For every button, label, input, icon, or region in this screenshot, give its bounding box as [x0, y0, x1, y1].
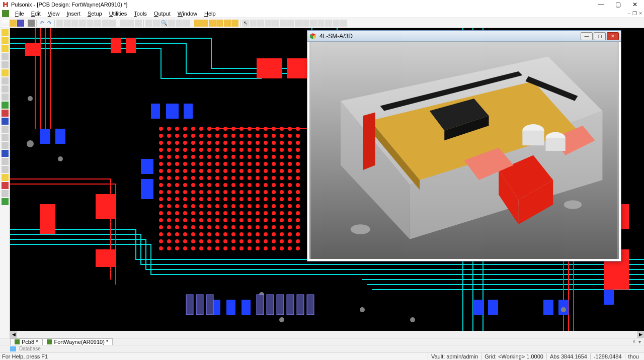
- ltool-16[interactable]: [2, 150, 9, 157]
- undo-button[interactable]: ↶: [38, 20, 45, 27]
- select-button[interactable]: ↖: [242, 20, 249, 27]
- scroll-track[interactable]: [17, 331, 637, 338]
- tool-button-3[interactable]: [71, 20, 78, 27]
- ltool-5[interactable]: [2, 61, 9, 68]
- tabs-close-button[interactable]: ×: [632, 339, 635, 344]
- svg-point-55: [199, 141, 203, 145]
- 3d-viewport[interactable]: [309, 42, 619, 259]
- 3d-minimize-button[interactable]: —: [581, 32, 593, 40]
- tool-button-5[interactable]: [87, 20, 94, 27]
- lock-button-4[interactable]: [216, 20, 223, 27]
- mode-button-7[interactable]: [295, 20, 302, 27]
- ltool-7[interactable]: [2, 77, 9, 84]
- mode-button-4[interactable]: [272, 20, 279, 27]
- ltool-21[interactable]: [2, 190, 9, 197]
- tab-pcb8[interactable]: Pcb8 *: [10, 338, 42, 345]
- ltool-15[interactable]: [2, 142, 9, 149]
- zoom-extents-button[interactable]: [153, 20, 160, 27]
- svg-point-146: [207, 176, 211, 180]
- ltool-6[interactable]: [2, 69, 9, 76]
- ltool-1[interactable]: [2, 29, 9, 36]
- zoom-window-button[interactable]: [176, 20, 183, 27]
- menu-view[interactable]: View: [45, 10, 63, 17]
- menu-help[interactable]: Help: [201, 10, 219, 17]
- mode-button-9[interactable]: [310, 20, 317, 27]
- mdi-close-button[interactable]: ×: [639, 11, 642, 16]
- mode-button-8[interactable]: [302, 20, 309, 27]
- ltool-22[interactable]: [2, 198, 9, 205]
- 3d-view-window[interactable]: 4L-SM-A/3D — ▢ ✕: [307, 30, 621, 261]
- tool-button-11[interactable]: [135, 20, 142, 27]
- menu-edit[interactable]: Edit: [28, 10, 44, 17]
- mode-button-12[interactable]: [333, 20, 340, 27]
- frame-button[interactable]: [145, 20, 152, 27]
- 3d-window-titlebar[interactable]: 4L-SM-A/3D — ▢ ✕: [307, 31, 621, 42]
- tool-button-2[interactable]: [64, 20, 71, 27]
- tool-button-8[interactable]: [109, 20, 116, 27]
- menu-utilities[interactable]: Utilities: [106, 10, 130, 17]
- tool-button-1[interactable]: [56, 20, 63, 27]
- 3d-maximize-button[interactable]: ▢: [594, 32, 606, 40]
- new-button[interactable]: [2, 20, 9, 27]
- print-button[interactable]: [28, 20, 35, 27]
- ltool-10[interactable]: [2, 102, 9, 109]
- mode-button-6[interactable]: [287, 20, 294, 27]
- 3d-close-button[interactable]: ✕: [607, 32, 619, 40]
- ltool-2[interactable]: [2, 37, 9, 44]
- menu-setup[interactable]: Setup: [85, 10, 105, 17]
- mode-button-1[interactable]: [250, 20, 257, 27]
- redo-button[interactable]: ↷: [46, 20, 53, 27]
- ltool-14[interactable]: [2, 134, 9, 141]
- database-panel-bar[interactable]: Database: [0, 345, 644, 352]
- ltool-12[interactable]: [2, 118, 9, 125]
- mode-button-10[interactable]: [317, 20, 325, 27]
- lock-button-6[interactable]: [231, 20, 238, 27]
- ltool-17[interactable]: [2, 158, 9, 165]
- zoom-button-5[interactable]: [183, 20, 190, 27]
- scroll-right-button[interactable]: ▶: [637, 331, 644, 338]
- tool-button-9[interactable]: [120, 20, 127, 27]
- ltool-8[interactable]: [2, 85, 9, 93]
- tab-fortwayne[interactable]: FortWayne(AR0910) *: [42, 338, 113, 345]
- minimize-button[interactable]: —: [597, 1, 605, 9]
- mode-button-11[interactable]: [325, 20, 332, 27]
- ltool-9[interactable]: [2, 94, 9, 101]
- scroll-left-button[interactable]: ◀: [10, 331, 17, 338]
- lock-button-3[interactable]: [209, 20, 216, 27]
- menu-file[interactable]: File: [12, 10, 27, 17]
- maximize-button[interactable]: ▢: [614, 1, 622, 9]
- open-button[interactable]: [10, 20, 17, 27]
- menu-tools[interactable]: Tools: [131, 10, 150, 17]
- save-button[interactable]: [17, 20, 24, 27]
- horizontal-scrollbar[interactable]: ◀ ▶: [10, 331, 644, 338]
- title-bar: Pulsonix - [PCB Design: FortWayne(AR0910…: [0, 0, 644, 9]
- tool-button-10[interactable]: [127, 20, 134, 27]
- zoom-in-button[interactable]: 🔍: [160, 20, 168, 27]
- ltool-13[interactable]: [2, 126, 9, 133]
- lock-button-1[interactable]: [194, 20, 201, 27]
- menu-window[interactable]: Window: [175, 10, 200, 17]
- tool-button-6[interactable]: [94, 20, 101, 27]
- lock-button-2[interactable]: [201, 20, 208, 27]
- mode-button-3[interactable]: [265, 20, 272, 27]
- ltool-18[interactable]: [2, 166, 9, 173]
- lock-button-5[interactable]: [224, 20, 231, 27]
- ltool-20[interactable]: [2, 182, 9, 189]
- mode-button-13[interactable]: [340, 20, 347, 27]
- tool-button-4[interactable]: [79, 20, 86, 27]
- close-button[interactable]: ✕: [631, 1, 639, 9]
- mode-button-2[interactable]: [257, 20, 264, 27]
- menu-insert[interactable]: Insert: [63, 10, 84, 17]
- svg-point-43: [248, 134, 252, 138]
- zoom-out-button[interactable]: [168, 20, 175, 27]
- mode-button-5[interactable]: [280, 20, 287, 27]
- tabs-dropdown-button[interactable]: ▾: [638, 339, 641, 344]
- ltool-11[interactable]: [2, 110, 9, 117]
- ltool-19[interactable]: [2, 174, 9, 181]
- ltool-3[interactable]: [2, 45, 9, 52]
- mdi-restore-button[interactable]: ❐: [632, 11, 637, 16]
- ltool-4[interactable]: [2, 53, 9, 60]
- mdi-minimize-button[interactable]: –: [628, 11, 631, 16]
- tool-button-7[interactable]: [102, 20, 109, 27]
- menu-output[interactable]: Output: [151, 10, 174, 17]
